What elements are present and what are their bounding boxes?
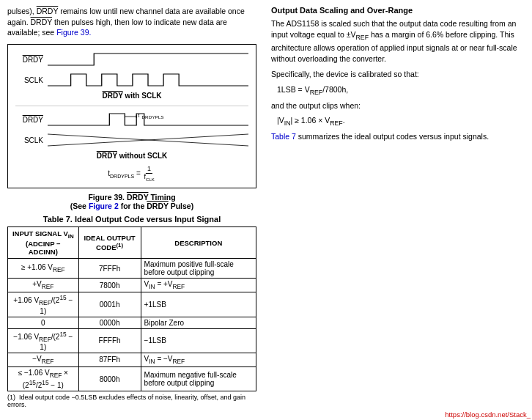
cell-desc: VIN = +VREF bbox=[141, 279, 256, 292]
col-header-desc: DESCRIPTION bbox=[141, 227, 256, 259]
figure39-link[interactable]: Figure 39. bbox=[56, 28, 91, 37]
cell-code: 7800h bbox=[78, 279, 141, 292]
table-row: ≥ +1.06 VREF 7FFFh Maximum positive full… bbox=[8, 259, 256, 279]
table-row: 0 0000h Bipolar Zero bbox=[8, 317, 256, 328]
col-header-code: IDEAL OUTPUT CODE(1) bbox=[78, 227, 141, 259]
sclk-row-1: SCLK bbox=[15, 71, 248, 89]
col-header-input: INPUT SIGNAL VIN(ADCINP − ADCINN) bbox=[8, 227, 79, 259]
cell-desc: VIN = −VREF bbox=[141, 353, 256, 366]
section-title: Output Data Scaling and Over-Range bbox=[271, 6, 525, 15]
table-footnote: (1) Ideal output code −0.5LSB excludes e… bbox=[7, 394, 256, 408]
sclk-label-2: SCLK bbox=[15, 136, 43, 144]
svg-text:t: t bbox=[138, 112, 139, 119]
svg-text:DRDYPLS: DRDYPLS bbox=[142, 114, 164, 119]
table7-link[interactable]: Table 7 bbox=[271, 132, 296, 141]
cell-code: 8000h bbox=[78, 366, 141, 391]
intro-paragraph: pulses), DRDY remains low until new chan… bbox=[7, 6, 256, 38]
table-row: ≤ −1.06 VREF × (215/215 − 1) 8000h Maxim… bbox=[8, 366, 256, 391]
cell-input: −1.06 VREF/(215 − 1) bbox=[8, 328, 79, 353]
sclk-label-1: SCLK bbox=[15, 76, 43, 84]
table-row: −VREF 87FFh VIN = −VREF bbox=[8, 353, 256, 366]
timing-diagram: DRDY SCLK DRDY with SCLK DR bbox=[7, 44, 256, 188]
watermark: https://blog.csdn.net/Stack_ bbox=[445, 410, 531, 419]
right-column: Output Data Scaling and Over-Range The A… bbox=[264, 0, 532, 420]
figure-caption-line1: Figure 39. DRDY Timing bbox=[7, 193, 256, 202]
ideal-output-table: INPUT SIGNAL VIN(ADCINP − ADCINN) IDEAL … bbox=[7, 226, 256, 391]
left-column: pulses), DRDY remains low until new chan… bbox=[0, 0, 264, 420]
cell-desc: +1LSB bbox=[141, 292, 256, 317]
formula2: |VIN| ≥ 1.06 × VREF. bbox=[277, 116, 525, 127]
cell-input: +VREF bbox=[8, 279, 79, 292]
figure-caption: Figure 39. DRDY Timing (See Figure 2 for… bbox=[7, 193, 256, 210]
diagram2-label: DRDY without SCLK bbox=[15, 152, 248, 160]
cell-code: 0001h bbox=[78, 292, 141, 317]
table-title: Table 7. Ideal Output Code versus Input … bbox=[7, 215, 256, 224]
drdy-label-2: DRDY bbox=[15, 116, 43, 124]
cell-code: 7FFFh bbox=[78, 259, 141, 279]
cell-input: ≤ −1.06 VREF × (215/215 − 1) bbox=[8, 366, 79, 391]
cell-input: −VREF bbox=[8, 353, 79, 366]
drdy-label-1: DRDY bbox=[15, 56, 43, 64]
para1: The ADS1158 is scaled such that the outp… bbox=[271, 18, 525, 65]
diagram1-label: DRDY with SCLK bbox=[15, 92, 248, 100]
cell-desc: Maximum positive full-scale before outpu… bbox=[141, 259, 256, 279]
table-row: +VREF 7800h VIN = +VREF bbox=[8, 279, 256, 292]
cell-code: 0000h bbox=[78, 317, 141, 328]
sclk-row-2: SCLK bbox=[15, 131, 248, 149]
cell-desc: Bipolar Zero bbox=[141, 317, 256, 328]
cell-input: +1.06 VREF/(215 − 1) bbox=[8, 292, 79, 317]
para4: Table 7 summarizes the ideal output code… bbox=[271, 131, 525, 142]
sclk-wave-2 bbox=[48, 131, 248, 149]
cell-desc: Maximum negative full-scale before outpu… bbox=[141, 366, 256, 391]
table-row: +1.06 VREF/(215 − 1) 0001h +1LSB bbox=[8, 292, 256, 317]
cell-code: FFFFh bbox=[78, 328, 141, 353]
drdy-wave-2: t DRDYPLS bbox=[48, 111, 248, 128]
drdy-row-1: DRDY bbox=[15, 51, 248, 68]
figure2-link[interactable]: Figure 2 bbox=[89, 202, 119, 210]
drdy-row-2: DRDY t DRDYPLS bbox=[15, 111, 248, 128]
sclk-wave-1 bbox=[48, 71, 248, 89]
cell-input: ≥ +1.06 VREF bbox=[8, 259, 79, 279]
cell-input: 0 bbox=[8, 317, 79, 328]
table-row: −1.06 VREF/(215 − 1) FFFFh −1LSB bbox=[8, 328, 256, 353]
figure-caption-line2: (See Figure 2 for the DRDY Pulse) bbox=[7, 202, 256, 210]
drdy-wave-1 bbox=[48, 51, 248, 68]
cell-desc: −1LSB bbox=[141, 328, 256, 353]
cell-code: 87FFh bbox=[78, 353, 141, 366]
para3: and the output clips when: bbox=[271, 100, 525, 111]
para2: Specifically, the device is calibrated s… bbox=[271, 69, 525, 80]
formula1: 1LSB = VREF/7800h, bbox=[277, 85, 525, 96]
formula-display: tDRDYPLS = 1 fCLK bbox=[15, 166, 248, 182]
